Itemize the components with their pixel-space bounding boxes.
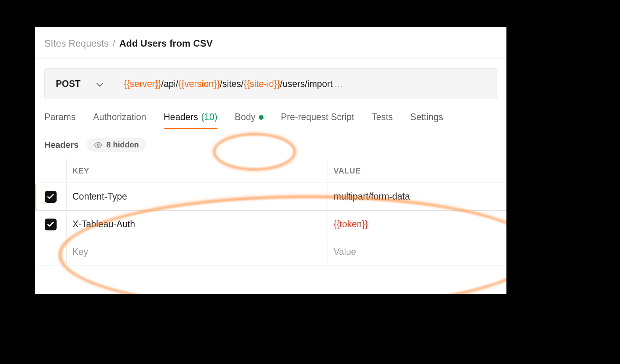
url-seg-api: /api/ — [161, 79, 178, 89]
headers-col-value: VALUE — [328, 159, 506, 183]
tab-headers-count: (10) — [201, 112, 217, 123]
hidden-headers-toggle[interactable]: 8 hidden — [87, 138, 146, 152]
tab-tests[interactable]: Tests — [372, 112, 393, 129]
header-key-input[interactable]: Key — [66, 240, 328, 264]
tab-authorization-label: Authorization — [93, 112, 146, 123]
http-method-dropdown[interactable]: POST — [45, 69, 114, 99]
breadcrumb-current: Add Users from CSV — [119, 38, 212, 49]
headers-section-label: Headers — [44, 140, 79, 150]
headers-col-checkbox — [35, 164, 66, 178]
tab-body[interactable]: Body — [235, 112, 263, 129]
header-value-variable: {{token}} — [334, 219, 368, 229]
checkbox-checked-icon[interactable] — [45, 191, 57, 203]
header-key-input[interactable]: X-Tableau-Auth — [66, 212, 328, 237]
headers-col-key: KEY — [66, 159, 328, 183]
url-seg-users-import: /users/import — [280, 79, 333, 89]
tab-authorization[interactable]: Authorization — [93, 112, 146, 129]
header-key-input[interactable]: Content-Type — [66, 184, 328, 209]
header-value-input[interactable]: {{token}} — [328, 212, 506, 237]
header-enable-cell-empty — [35, 245, 66, 259]
tab-body-label: Body — [235, 112, 255, 123]
url-seg-sites: /sites/ — [220, 79, 244, 89]
body-modified-dot-icon — [259, 115, 264, 120]
tab-settings-label: Settings — [410, 112, 443, 123]
table-row: X-Tableau-Auth {{token}} — [35, 211, 506, 238]
url-var-version: {{version}} — [178, 79, 220, 89]
tab-params[interactable]: Params — [44, 112, 76, 129]
tab-params-label: Params — [44, 112, 76, 123]
url-var-server: {{server}} — [124, 79, 161, 89]
request-tabs: Params Authorization Headers (10) Body P… — [35, 99, 506, 129]
breadcrumb: SItes Requests / Add Users from CSV — [35, 27, 506, 59]
headers-table-header-row: KEY VALUE — [35, 159, 506, 183]
header-enable-cell — [35, 211, 66, 238]
header-value-input[interactable]: Value — [328, 240, 506, 264]
url-var-site-id: {{site-id}} — [244, 79, 280, 89]
request-url-bar: POST {{server}} /api/ {{version}} /sites… — [44, 68, 497, 99]
breadcrumb-separator: / — [113, 38, 116, 49]
breadcrumb-parent[interactable]: SItes Requests — [44, 38, 109, 49]
http-method-label: POST — [56, 79, 81, 89]
url-truncated-icon: … — [334, 79, 343, 89]
header-enable-cell — [35, 184, 66, 210]
tab-tests-label: Tests — [372, 112, 393, 123]
tab-headers-label: Headers — [164, 112, 198, 123]
headers-table: KEY VALUE Content-Type multipart/form-da… — [35, 159, 506, 266]
request-panel: SItes Requests / Add Users from CSV POST… — [35, 27, 506, 294]
table-row-new: Key Value — [35, 238, 506, 266]
checkbox-checked-icon[interactable] — [45, 219, 57, 230]
request-url-input[interactable]: {{server}} /api/ {{version}} /sites/ {{s… — [114, 69, 497, 99]
hidden-headers-count: 8 hidden — [106, 140, 139, 149]
eye-icon — [94, 142, 102, 148]
tab-settings[interactable]: Settings — [410, 112, 443, 129]
headers-subheader: Headers 8 hidden — [35, 129, 506, 159]
table-row: Content-Type multipart/form-data — [35, 183, 506, 211]
svg-point-0 — [97, 144, 99, 146]
tab-pre-request-script[interactable]: Pre-request Script — [281, 112, 354, 129]
tab-pre-request-label: Pre-request Script — [281, 112, 354, 123]
tab-headers[interactable]: Headers (10) — [164, 112, 218, 129]
chevron-down-icon — [97, 79, 103, 89]
header-value-input[interactable]: multipart/form-data — [328, 184, 506, 209]
